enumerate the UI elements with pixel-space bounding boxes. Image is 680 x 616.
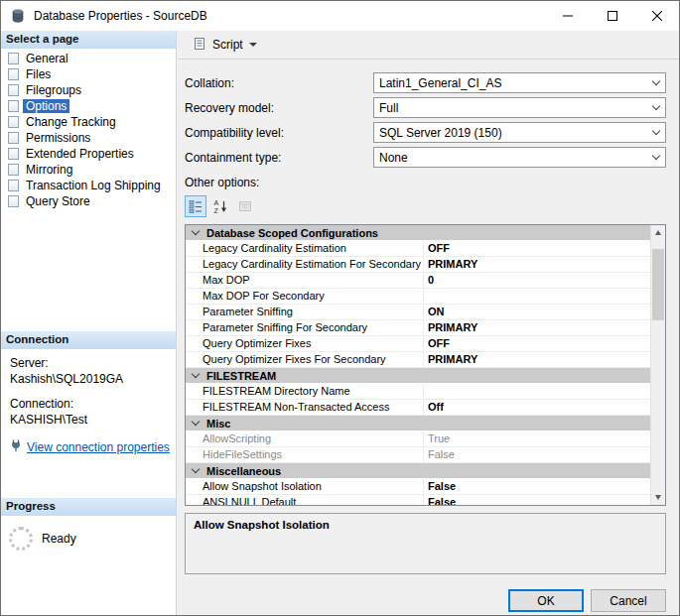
property-row[interactable]: Parameter Sniffing For SecondaryPRIMARY — [186, 320, 650, 336]
property-row[interactable]: FILESTREAM Non-Transacted AccessOff — [186, 400, 650, 416]
property-value[interactable]: False — [424, 479, 650, 494]
sidebar-item-files[interactable]: Files — [1, 66, 176, 82]
sidebar-item-mirroring[interactable]: Mirroring — [1, 162, 176, 178]
containment-type-dropdown[interactable]: None — [373, 147, 666, 168]
property-row[interactable]: HideFileSettingsFalse — [186, 447, 650, 463]
sidebar-item-label: Transaction Log Shipping — [23, 179, 164, 192]
property-description-box: Allow Snapshot Isolation — [185, 513, 666, 574]
property-row[interactable]: Legacy Cardinality EstimationOFF — [186, 241, 650, 257]
sidebar-item-transaction-log-shipping[interactable]: Transaction Log Shipping — [1, 178, 176, 193]
compatibility-level-dropdown[interactable]: SQL Server 2019 (150) — [373, 122, 666, 143]
script-icon — [193, 37, 206, 54]
footer-buttons: OK Cancel — [508, 589, 666, 612]
collation-dropdown[interactable]: Latin1_General_CI_AS — [373, 72, 666, 93]
collation-row: Collation:Latin1_General_CI_AS — [185, 72, 666, 93]
ok-button[interactable]: OK — [508, 589, 584, 612]
property-row[interactable]: Allow Snapshot IsolationFalse — [186, 479, 650, 495]
property-row[interactable]: Query Optimizer Fixes For SecondaryPRIMA… — [186, 352, 650, 368]
property-value[interactable]: PRIMARY — [424, 320, 650, 335]
minimize-button[interactable] — [545, 1, 590, 31]
compatibility-level-value: SQL Server 2019 (150) — [374, 126, 647, 140]
view-connection-properties-link[interactable]: View connection properties — [27, 440, 170, 454]
main-area: Script Collation:Latin1_General_CI_ASRec… — [178, 31, 679, 615]
property-row[interactable]: ANSI NULL DefaultFalse — [186, 495, 650, 506]
sidebar-item-extended-properties[interactable]: Extended Properties — [1, 146, 176, 162]
category-row[interactable]: Database Scoped Configurations — [186, 225, 650, 241]
sidebar-item-permissions[interactable]: Permissions — [1, 130, 176, 146]
main-toolbar: Script — [178, 31, 679, 60]
property-value[interactable]: False — [424, 495, 650, 506]
collapse-icon[interactable] — [192, 370, 200, 378]
property-value[interactable]: ON — [424, 305, 650, 319]
category-row[interactable]: Miscellaneous — [186, 463, 650, 479]
scroll-down-icon — [655, 495, 661, 500]
grid-toolbar: A Z — [185, 195, 256, 217]
cancel-button[interactable]: Cancel — [591, 589, 666, 612]
categorized-button[interactable] — [185, 195, 206, 217]
sidebar-item-query-store[interactable]: Query Store — [1, 193, 176, 209]
property-name: Legacy Cardinality Estimation — [186, 241, 424, 256]
page-icon — [8, 84, 19, 96]
property-row[interactable]: AllowScriptingTrue — [186, 431, 650, 447]
script-button[interactable]: Script — [184, 32, 266, 59]
property-value[interactable]: False — [424, 447, 650, 462]
connection-panel: Server: Kashish\SQL2019GA Connection: KA… — [1, 350, 176, 460]
scroll-up-button[interactable] — [651, 225, 665, 240]
property-value[interactable]: OFF — [424, 336, 650, 351]
sidebar-item-label: General — [23, 52, 71, 65]
maximize-button[interactable] — [590, 1, 634, 31]
progress-panel: Ready — [1, 519, 176, 558]
sidebar-item-options[interactable]: Options — [1, 98, 176, 114]
grid-scrollbar[interactable] — [650, 225, 665, 505]
property-value[interactable]: PRIMARY — [424, 257, 650, 272]
collapse-icon[interactable] — [192, 227, 200, 235]
property-value[interactable]: OFF — [424, 241, 650, 256]
sidebar-item-label: Query Store — [23, 194, 93, 208]
category-label: Miscellaneous — [206, 463, 281, 479]
category-row[interactable]: Misc — [186, 416, 650, 431]
progress-header: Progress — [1, 498, 176, 516]
scroll-down-button[interactable] — [651, 490, 665, 505]
scroll-track[interactable] — [651, 240, 665, 490]
property-row[interactable]: Max DOP For Secondary — [186, 289, 650, 305]
close-button[interactable] — [634, 1, 679, 31]
other-options-label: Other options: — [185, 176, 259, 189]
connection-value: KASHISH\Test — [10, 413, 167, 427]
property-row[interactable]: Query Optimizer FixesOFF — [186, 336, 650, 352]
collapse-icon[interactable] — [192, 418, 200, 426]
property-description-title: Allow Snapshot Isolation — [194, 519, 657, 531]
svg-text:Z: Z — [214, 207, 219, 214]
property-value[interactable]: PRIMARY — [424, 352, 650, 367]
property-name: Max DOP — [186, 273, 424, 288]
recovery-model-dropdown[interactable]: Full — [373, 97, 666, 118]
script-button-label: Script — [212, 38, 243, 52]
property-row[interactable]: FILESTREAM Directory Name — [186, 384, 650, 400]
page-icon — [8, 195, 19, 207]
property-value[interactable]: Off — [424, 400, 650, 415]
sidebar-item-change-tracking[interactable]: Change Tracking — [1, 114, 176, 130]
property-name: AllowScripting — [186, 431, 424, 446]
category-row[interactable]: FILESTREAM — [186, 368, 650, 384]
sidebar-item-label: Change Tracking — [23, 115, 119, 129]
property-row[interactable]: Max DOP0 — [186, 273, 650, 289]
connection-label: Connection: — [10, 397, 167, 411]
property-value[interactable] — [424, 384, 650, 399]
scroll-thumb[interactable] — [652, 249, 664, 320]
sidebar-item-label: Files — [23, 67, 54, 81]
sidebar-item-general[interactable]: General — [1, 51, 176, 66]
property-value[interactable] — [424, 289, 650, 304]
property-pages-icon — [238, 199, 252, 213]
containment-type-value: None — [374, 151, 647, 165]
page-list: GeneralFilesFilegroupsOptionsChange Trac… — [1, 51, 176, 209]
property-value[interactable]: 0 — [424, 273, 650, 288]
collapse-icon[interactable] — [192, 465, 200, 473]
page-icon — [8, 100, 19, 112]
window-controls — [545, 1, 679, 31]
property-value[interactable]: True — [424, 431, 650, 446]
sidebar-item-label: Filegroups — [23, 83, 84, 97]
property-row[interactable]: Legacy Cardinality Estimation For Second… — [186, 257, 650, 273]
alphabetical-sort-button[interactable]: A Z — [209, 195, 231, 217]
property-row[interactable]: Parameter SniffingON — [186, 305, 650, 320]
sidebar: Select a page GeneralFilesFilegroupsOpti… — [1, 31, 177, 615]
sidebar-item-filegroups[interactable]: Filegroups — [1, 82, 176, 98]
